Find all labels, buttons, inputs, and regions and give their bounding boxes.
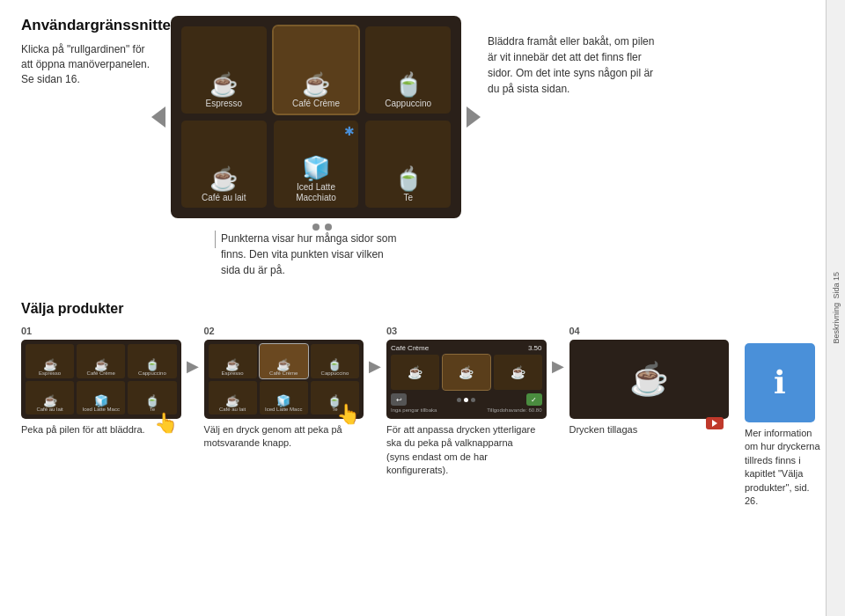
s1-cafe-au-lait: ☕ Café au lait (26, 381, 74, 415)
step-arrow-1: ▶ (185, 326, 201, 376)
cafe-au-lait-icon: ☕ (209, 167, 238, 190)
top-section: Användargränssnittet Klicka på "rullgard… (21, 16, 824, 231)
arrow-right-icon[interactable] (467, 106, 481, 128)
coffee-item-cafe-creme[interactable]: ☕ Café Crème (274, 26, 359, 114)
step3-option-1: ☕ (391, 355, 439, 390)
dot-annotation-text: Punkterna visar hur många sidor som finn… (221, 231, 406, 278)
s1-cafe-creme: ☕ Café Crème (77, 344, 125, 378)
step-02-caption: Välj en dryck genom att peka på motsvara… (204, 423, 356, 451)
section-title: Välja produkter (21, 301, 824, 317)
right-annotation-text: Bläddra framåt eller bakåt, om pilen är … (488, 33, 664, 97)
info-icon: ℹ (774, 364, 786, 401)
left-text-block: Användargränssnittet Klicka på "rullgard… (21, 16, 162, 86)
machine-screen: ☕ Espresso ☕ Café Crème 🍵 Cappuccino ☕ (171, 16, 461, 218)
step-01: 01 ☕ Espresso ☕ Café Crème 🍵 Cappuccino (21, 326, 181, 436)
step-arrow-3: ▶ (550, 326, 566, 376)
cafe-creme-icon: ☕ (302, 73, 330, 96)
step-03-caption: För att anpassa drycken ytterligare ska … (386, 423, 538, 478)
step-03-screen: Café Crème 3.50 ☕ ☕ ☕ (386, 340, 547, 419)
iced-latte-label: Iced Latte Macchiato (277, 182, 356, 203)
dot-3 (325, 224, 332, 231)
step3-price: 3.50 (528, 344, 542, 352)
bottom-section: Välja produkter 01 ☕ Espresso ☕ Café Crè… (21, 301, 824, 508)
step3-dot-1 (457, 398, 461, 402)
screen-dots (300, 224, 332, 231)
cappuccino-icon: 🍵 (394, 73, 422, 96)
cappuccino-label: Cappuccino (385, 99, 431, 109)
s2-espresso: ☕ Espresso (209, 344, 257, 378)
step3-header: Café Crème 3.50 (391, 344, 542, 352)
s2-cafe-au-lait: ☕ Café au lait (209, 381, 257, 415)
step4-coffee-icon: ☕ (629, 361, 669, 398)
machine-wrapper: ☕ Espresso ☕ Café Crème 🍵 Cappuccino ☕ (171, 16, 461, 218)
s1-espresso: ☕ Espresso (26, 344, 74, 378)
step3-dot-2 (464, 398, 468, 402)
subtitle-page: Se sidan 16. (21, 72, 153, 87)
star-badge-icon: ✱ (344, 124, 355, 138)
step-03-number: 03 (386, 326, 397, 336)
step4-arrow-icon (712, 420, 717, 427)
step-02-number: 02 (204, 326, 215, 336)
page-title: Användargränssnittet (21, 16, 153, 35)
dot-2 (312, 224, 320, 231)
info-box: ℹ (745, 343, 815, 422)
page: Användargränssnittet Klicka på "rullgard… (0, 0, 845, 616)
step3-dot-3 (471, 398, 475, 402)
right-annotation: Bläddra framåt eller bakåt, om pilen är … (488, 16, 664, 97)
coffee-item-espresso[interactable]: ☕ Espresso (181, 26, 267, 114)
step3-check-button[interactable]: ✓ (526, 393, 542, 406)
hand-point-icon-02: 👆 (336, 403, 360, 426)
te-icon: 🍵 (394, 167, 422, 190)
steps-row: 01 ☕ Espresso ☕ Café Crème 🍵 Cappuccino (21, 326, 824, 508)
step-arrow-2: ▶ (367, 326, 383, 376)
cafe-au-lait-label: Café au lait (202, 193, 246, 203)
s2-cappuccino: 🍵 Cappuccino (311, 344, 359, 378)
step-03: 03 Café Crème 3.50 ☕ ☕ ☕ (386, 326, 547, 478)
info-step: ℹ Mer information om hur dryckerna tillr… (745, 326, 824, 508)
step-04: 04 ☕ Drycken tillagas (569, 326, 730, 436)
coffee-item-cappuccino[interactable]: 🍵 Cappuccino (365, 26, 451, 114)
subtitle-intro: Klicka på "rullgardinen" för att öppna m… (21, 42, 153, 72)
step-01-caption: Peka på pilen för att bläddra. (21, 423, 145, 436)
step3-coffee-area: ☕ ☕ ☕ (391, 355, 542, 390)
step3-dots (457, 398, 475, 402)
step3-balance-text: Tillgodohavande: 60.80 (487, 407, 541, 413)
hand-point-icon-01: 👆 (154, 412, 178, 435)
step-04-screen: ☕ (569, 340, 730, 419)
iced-latte-icon: 🧊 (302, 157, 330, 180)
s2-cafe-creme: ☕ Café Crème (260, 344, 308, 378)
sidebar-description: Beskrivning (832, 303, 841, 344)
step-02: 02 ☕ Espresso ☕ Café Crème 🍵 Cappuccino (204, 326, 364, 451)
step3-info-text: Inga pengar tillbaka (391, 407, 437, 413)
s2-iced-latte: 🧊 Iced Latte Macc (260, 381, 308, 415)
coffee-item-te[interactable]: 🍵 Te (365, 121, 451, 208)
step-04-number: 04 (569, 326, 580, 336)
s1-iced-latte: 🧊 Iced Latte Macc (77, 381, 125, 415)
espresso-label: Espresso (205, 99, 242, 109)
step-01-screen: ☕ Espresso ☕ Café Crème 🍵 Cappuccino ☕ C… (21, 340, 181, 419)
cafe-creme-label: Café Crème (292, 99, 340, 109)
step3-title: Café Crème (391, 344, 429, 352)
step3-back-button[interactable]: ↩ (391, 393, 407, 406)
step3-bottom: ↩ ✓ (391, 393, 542, 406)
arrow-left-icon[interactable] (151, 106, 165, 128)
step-01-number: 01 (21, 326, 32, 336)
step3-option-2: ☕ (443, 355, 491, 390)
step4-red-button[interactable] (706, 417, 724, 429)
coffee-item-cafe-au-lait[interactable]: ☕ Café au lait (181, 121, 267, 208)
dot-annotation-block: Punkterna visar hur många sidor som finn… (215, 231, 824, 278)
s1-te: 🍵 Te (128, 381, 176, 415)
espresso-icon: ☕ (209, 73, 238, 96)
step-04-caption: Drycken tillagas (569, 423, 638, 436)
te-label: Te (403, 193, 413, 203)
step3-option-3: ☕ (494, 355, 542, 390)
info-caption: Mer information om hur dryckerna tillred… (745, 427, 824, 508)
sidebar-page: Sida 15 (832, 272, 841, 299)
dot-1 (300, 224, 307, 231)
coffee-item-iced-latte[interactable]: ✱ 🧊 Iced Latte Macchiato (274, 121, 359, 208)
s1-cappuccino: 🍵 Cappuccino (128, 344, 176, 378)
sidebar-tag: Sida 15 Beskrivning (826, 0, 845, 616)
